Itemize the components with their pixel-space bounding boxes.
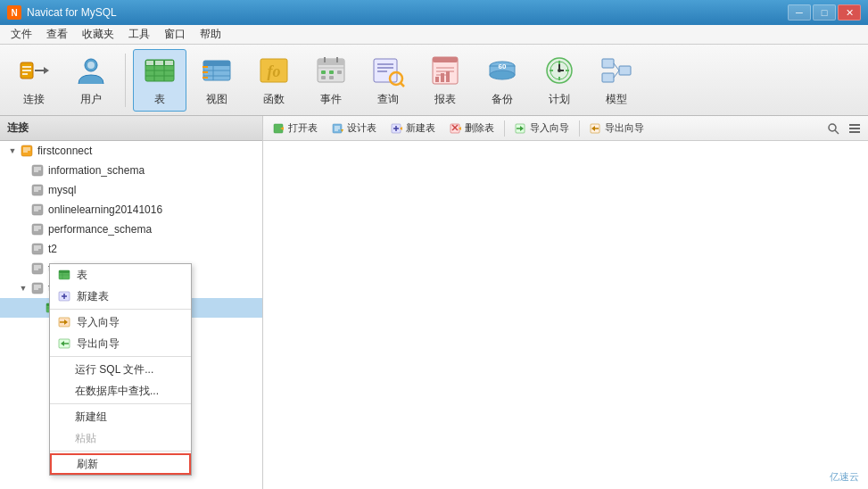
svg-line-70	[614, 70, 619, 78]
menu-bar: 文件 查看 收藏夹 工具 窗口 帮助	[0, 25, 868, 45]
svg-rect-34	[321, 70, 326, 74]
query-icon	[370, 54, 406, 88]
icon-mysql	[30, 183, 45, 197]
ctx-paste-icon	[57, 431, 70, 445]
toolbar-connect[interactable]: 连接	[7, 49, 61, 112]
new-table-btn[interactable]: 新建表	[384, 119, 442, 138]
ctx-sep-1	[50, 309, 191, 310]
list-icon	[848, 122, 861, 135]
tree-info-schema[interactable]: ▶ information_schema	[0, 161, 262, 180]
ctx-refresh[interactable]: 刷新	[50, 453, 191, 475]
sidebar-header: 连接	[0, 116, 262, 141]
toolbar-query[interactable]: 查询	[361, 49, 415, 112]
svg-rect-30	[318, 59, 344, 65]
svg-rect-134	[59, 270, 70, 273]
maximize-button[interactable]: □	[813, 4, 836, 21]
ctx-new-group[interactable]: 新建组	[50, 406, 191, 427]
menu-favorites[interactable]: 收藏夹	[75, 25, 121, 44]
ctx-import-label: 导入向导	[77, 315, 120, 330]
right-panel: 打开表 设计表 新建表	[263, 116, 868, 489]
ctx-paste: 粘贴	[50, 427, 191, 449]
minimize-button[interactable]: ─	[788, 4, 811, 21]
toolbar-sep-1	[125, 54, 126, 107]
list-view-button[interactable]	[845, 119, 864, 138]
svg-rect-68	[619, 66, 631, 75]
svg-rect-35	[329, 70, 334, 74]
menu-window[interactable]: 窗口	[157, 25, 193, 44]
svg-rect-130	[849, 124, 860, 126]
ctx-import[interactable]: 导入向导	[50, 311, 191, 333]
menu-tools[interactable]: 工具	[121, 25, 157, 44]
svg-rect-3	[22, 73, 28, 75]
backup-label: 备份	[492, 92, 513, 107]
table-label: 表	[154, 92, 165, 107]
svg-text:fo: fo	[268, 62, 281, 80]
tree-perf-schema[interactable]: ▶ performance_schema	[0, 220, 262, 239]
schedule-label: 计划	[549, 92, 570, 107]
ctx-paste-label: 粘贴	[75, 431, 96, 446]
svg-marker-5	[44, 67, 49, 74]
svg-rect-26	[203, 77, 208, 79]
ctx-find-db-label: 在数据库中查找...	[75, 384, 159, 399]
svg-rect-131	[849, 128, 860, 129]
search-button[interactable]	[823, 119, 843, 138]
label-firstconnect: firstconnect	[37, 145, 92, 157]
svg-rect-15	[146, 61, 153, 65]
import-wizard-btn[interactable]: 导入向导	[508, 119, 575, 138]
design-table-btn[interactable]: 设计表	[326, 119, 383, 138]
delete-table-btn[interactable]: 删除表	[443, 119, 500, 138]
ctx-find-db[interactable]: 在数据库中查找...	[50, 380, 191, 402]
ctx-sep-3	[50, 403, 191, 404]
toolbar-schedule[interactable]: 计划	[533, 49, 586, 112]
svg-rect-39	[374, 59, 397, 82]
label-t2: t2	[48, 243, 57, 255]
ctx-new-group-label: 新建组	[75, 410, 107, 425]
close-button[interactable]: ✕	[838, 4, 861, 21]
report-label: 报表	[434, 92, 456, 107]
svg-line-44	[401, 83, 404, 87]
tree-t2[interactable]: ▶ t2	[0, 239, 262, 259]
open-table-btn[interactable]: 打开表	[267, 119, 324, 138]
search-icon	[827, 122, 839, 135]
toolbar-backup[interactable]: 60 备份	[475, 49, 529, 112]
tree-mysql[interactable]: ▶ mysql	[0, 180, 262, 200]
ctx-export[interactable]: 导出向导	[50, 333, 191, 354]
new-table-label: 新建表	[406, 121, 435, 135]
ctx-sep-2	[50, 356, 191, 357]
menu-file[interactable]: 文件	[4, 25, 39, 44]
toolbar-function[interactable]: fo 函数	[247, 49, 301, 112]
toolbar-view[interactable]: 视图	[190, 49, 244, 112]
query-label: 查询	[377, 92, 399, 107]
backup-icon: 60	[484, 54, 520, 88]
toolbar-event[interactable]: 事件	[304, 49, 358, 112]
svg-rect-50	[435, 77, 439, 82]
svg-line-69	[614, 63, 619, 70]
ctx-new-table[interactable]: 新建表	[50, 286, 191, 307]
ctx-export-label: 导出向导	[77, 336, 120, 352]
svg-rect-46	[433, 57, 458, 62]
svg-rect-99	[32, 283, 43, 294]
tree-firstconnect[interactable]: ▼ firstconnect	[0, 141, 262, 161]
toolbar-report[interactable]: 报表	[418, 49, 472, 112]
menu-help[interactable]: 帮助	[193, 25, 228, 44]
svg-rect-87	[32, 224, 43, 235]
svg-rect-36	[337, 70, 342, 74]
toolbar-user[interactable]: 用户	[64, 49, 118, 112]
menu-view[interactable]: 查看	[39, 25, 75, 44]
svg-rect-67	[602, 73, 614, 82]
svg-rect-37	[321, 76, 326, 79]
label-onlinelearning: onlinelearning20141016	[48, 203, 162, 216]
svg-rect-2	[22, 70, 31, 71]
svg-rect-17	[165, 61, 173, 65]
toolbar-table[interactable]: 表	[133, 49, 186, 112]
export-wizard-btn[interactable]: 导出向导	[583, 119, 650, 138]
tree-onlinelearning[interactable]: ▶ onlinelearning20141016	[0, 200, 262, 220]
toolbar-model[interactable]: 模型	[590, 49, 643, 112]
ctx-open[interactable]: 表	[50, 264, 191, 286]
connect-label: 连接	[23, 92, 45, 107]
ctx-run-sql-label: 运行 SQL 文件...	[75, 362, 153, 377]
import-icon	[515, 122, 527, 135]
ctx-run-sql[interactable]: 运行 SQL 文件...	[50, 359, 191, 380]
svg-rect-16	[155, 61, 163, 65]
export-wizard-label: 导出向导	[605, 121, 644, 135]
